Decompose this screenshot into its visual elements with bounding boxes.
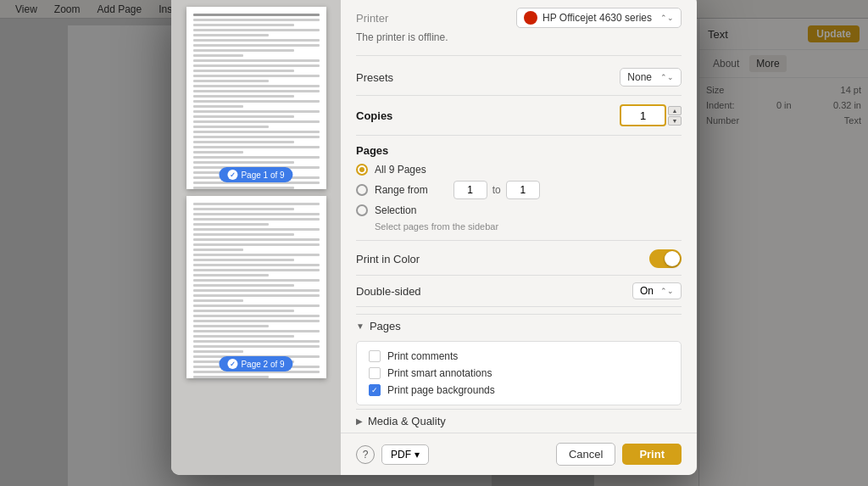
print-backgrounds-checkbox[interactable]: ✓: [369, 384, 381, 396]
pdf-button[interactable]: PDF ▾: [381, 444, 429, 465]
line: [193, 223, 269, 226]
pdf-dropdown-icon: ▾: [415, 449, 420, 461]
range-label: Range from: [375, 184, 428, 196]
line: [193, 161, 294, 164]
presets-row: Presets None ⌃⌄: [356, 68, 682, 96]
line: [193, 49, 294, 52]
all-pages-label: All 9 Pages: [375, 164, 426, 176]
copies-input-wrap: ▲ ▼: [620, 104, 682, 126]
line: [193, 310, 294, 312]
line: [193, 19, 320, 21]
line: [193, 315, 320, 317]
printer-header: Printer HP Officejet 4630 series ⌃⌄: [356, 8, 682, 28]
line: [193, 70, 294, 72]
double-sided-label: Double-sided: [356, 285, 421, 298]
print-dialog: ✓ Page 1 of 9: [171, 0, 697, 475]
line: [193, 156, 320, 159]
range-to-input[interactable]: [506, 181, 540, 199]
media-quality-header[interactable]: ▶ Media & Quality: [356, 409, 682, 433]
selection-row[interactable]: Selection: [356, 204, 682, 216]
page2-content: [186, 196, 326, 378]
printer-offline-status: The printer is offline.: [356, 31, 682, 43]
range-from-input[interactable]: [453, 181, 487, 199]
print-comments-row: Print comments: [369, 350, 669, 362]
print-backgrounds-row: ✓ Print page backgrounds: [369, 384, 669, 396]
settings-pane: Printer HP Officejet 4630 series ⌃⌄ The …: [341, 0, 697, 475]
print-annotations-label: Print smart annotations: [387, 367, 492, 379]
pages-options-label: Pages: [356, 144, 682, 157]
line: [193, 105, 244, 108]
print-color-toggle[interactable]: [649, 249, 682, 268]
presets-value: None: [627, 71, 652, 83]
line: [193, 243, 320, 246]
toggle-thumb: [665, 251, 680, 266]
line: [193, 24, 294, 26]
printer-select[interactable]: HP Officejet 4630 series ⌃⌄: [516, 8, 682, 28]
line: [193, 85, 320, 87]
check-icon-2: ✓: [227, 359, 237, 369]
copies-input[interactable]: [620, 104, 666, 126]
print-button[interactable]: Print: [622, 444, 682, 465]
presets-select[interactable]: None ⌃⌄: [620, 68, 682, 87]
line: [193, 34, 269, 36]
line: [193, 136, 320, 138]
line: [193, 90, 320, 92]
line: [193, 203, 320, 205]
line: [193, 187, 294, 189]
line: [193, 59, 320, 62]
double-sided-dropdown-icon: ⌃⌄: [660, 287, 674, 295]
all-pages-row[interactable]: All 9 Pages: [356, 164, 682, 176]
range-radio[interactable]: [356, 184, 368, 196]
line: [193, 14, 320, 16]
line: [193, 213, 320, 215]
double-sided-select[interactable]: On ⌃⌄: [632, 282, 682, 299]
line: [193, 208, 294, 210]
line: [193, 340, 320, 343]
print-annotations-checkbox[interactable]: [369, 367, 381, 379]
line: [193, 376, 269, 378]
pdf-label: PDF: [391, 449, 411, 461]
line: [193, 228, 320, 231]
page1-badge: ✓ Page 1 of 9: [219, 167, 292, 182]
line: [193, 254, 320, 256]
line: [193, 218, 320, 221]
footer-right: Cancel Print: [556, 443, 682, 466]
pages-collapsible-header[interactable]: ▼ Pages: [356, 314, 682, 338]
media-quality-title: Media & Quality: [368, 415, 446, 427]
presets-dropdown-icon: ⌃⌄: [660, 73, 674, 81]
copies-spinner: ▲ ▼: [668, 106, 682, 126]
print-color-label: Print in Color: [356, 253, 420, 265]
page2-badge: ✓ Page 2 of 9: [219, 356, 292, 371]
pages-chevron-icon: ▼: [356, 321, 364, 331]
line: [193, 330, 320, 332]
print-annotations-row: Print smart annotations: [369, 367, 669, 379]
line: [193, 146, 320, 148]
print-comments-label: Print comments: [387, 350, 458, 362]
print-backgrounds-label: Print page backgrounds: [387, 384, 495, 396]
selection-radio[interactable]: [356, 204, 368, 216]
preview-page-2: ✓ Page 2 of 9: [186, 196, 326, 378]
dialog-overlay: ✓ Page 1 of 9: [0, 0, 868, 486]
help-button[interactable]: ?: [356, 445, 375, 464]
selection-hint: Select pages from the sidebar: [375, 221, 682, 232]
footer-left: ? PDF ▾: [356, 444, 429, 465]
copies-increment[interactable]: ▲: [668, 106, 682, 115]
printer-status-icon: [524, 11, 537, 25]
line: [193, 126, 269, 128]
cancel-button[interactable]: Cancel: [556, 443, 615, 466]
line: [193, 279, 320, 282]
line: [193, 54, 244, 57]
line: [193, 151, 244, 154]
printer-section: Printer HP Officejet 4630 series ⌃⌄ The …: [356, 8, 682, 56]
line: [193, 335, 294, 338]
line: [193, 284, 294, 287]
range-row-radio[interactable]: Range from to: [356, 181, 682, 199]
pages-collapsible-content: Print comments Print smart annotations ✓…: [356, 341, 682, 405]
print-comments-checkbox[interactable]: [369, 350, 381, 362]
all-pages-radio[interactable]: [356, 164, 368, 176]
line: [193, 325, 269, 327]
line: [193, 345, 320, 348]
copies-row: Copies ▲ ▼: [356, 104, 682, 136]
line: [193, 110, 320, 113]
copies-decrement[interactable]: ▼: [668, 116, 682, 126]
